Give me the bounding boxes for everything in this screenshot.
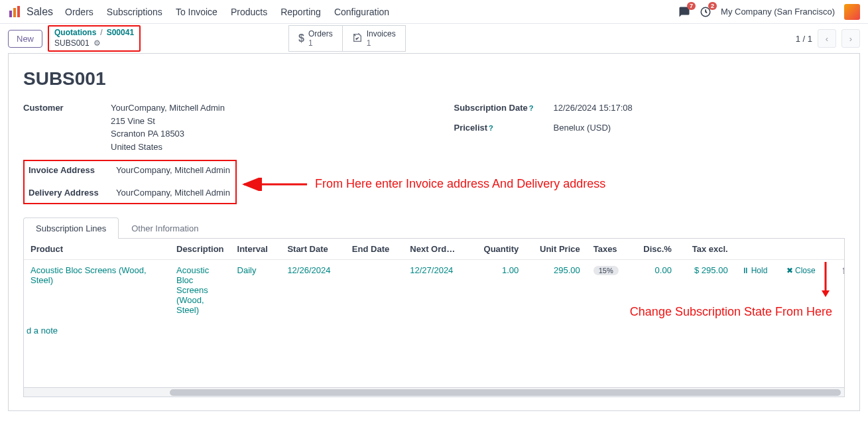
cell-qty[interactable]: 1.00 [470, 260, 525, 321]
help-icon[interactable]: ? [489, 124, 493, 132]
stat-orders[interactable]: $ Orders 1 [288, 25, 343, 52]
tax-chip[interactable]: 15% [593, 266, 619, 275]
gear-icon[interactable]: ⚙ [93, 38, 101, 49]
col-taxexcl[interactable]: Tax excl. [678, 239, 735, 260]
top-nav: Sales Orders Subscriptions To Invoice Pr… [0, 0, 868, 24]
close-button[interactable]: ✖Close [786, 266, 816, 275]
col-next[interactable]: Next Ord… [403, 239, 470, 260]
customer-name[interactable]: YourCompany, Mitchell Admin [111, 101, 414, 115]
pager-prev[interactable]: ‹ [818, 29, 836, 48]
cell-taxexcl[interactable]: $ 295.00 [678, 260, 735, 321]
stat-invoices-label: Invoices [367, 29, 396, 38]
lines-table-wrap: Product Description Interval Start Date … [23, 239, 845, 397]
address-highlight-box: Invoice Address YourCompany, Mitchell Ad… [23, 160, 237, 204]
cell-taxes[interactable]: 15% [587, 260, 631, 321]
add-note-link[interactable]: d a note [24, 320, 845, 341]
customer-addr1: 215 Vine St [111, 115, 414, 128]
col-disc[interactable]: Disc.% [631, 239, 678, 260]
customer-addr3: United States [111, 141, 414, 154]
pricelist-label: Pricelist? [454, 121, 554, 135]
col-qty[interactable]: Quantity [470, 239, 525, 260]
customer-label: Customer [23, 101, 111, 153]
menu-configuration[interactable]: Configuration [334, 7, 389, 17]
menu-products[interactable]: Products [231, 7, 267, 17]
delete-row-icon[interactable]: 🗑 [839, 265, 845, 275]
svg-rect-1 [13, 8, 16, 17]
menu-to-invoice[interactable]: To Invoice [176, 7, 217, 17]
col-start[interactable]: Start Date [280, 239, 345, 260]
breadcrumb-quotations[interactable]: Quotations [54, 28, 96, 38]
cell-next[interactable]: 12/27/2024 [403, 260, 470, 321]
help-icon[interactable]: ? [529, 104, 534, 112]
breadcrumb-order[interactable]: S00041 [107, 28, 134, 38]
company-selector[interactable]: My Company (San Francisco) [721, 7, 835, 17]
stat-buttons: $ Orders 1 Invoices 1 [288, 25, 406, 52]
invoice-icon [352, 32, 363, 45]
breadcrumb-highlight: Quotations / S00041 SUBS001 ⚙ [48, 25, 141, 51]
col-taxes[interactable]: Taxes [587, 239, 631, 260]
x-icon: ✖ [786, 266, 793, 275]
messages-badge: 7 [687, 2, 696, 10]
user-avatar[interactable] [844, 4, 860, 20]
pricelist-value[interactable]: Benelux (USD) [554, 121, 845, 135]
invoice-address-label: Invoice Address [29, 164, 116, 177]
breadcrumb-record: SUBS001 [54, 38, 90, 49]
table-row[interactable]: Acoustic Bloc Screens (Wood, Steel) Acou… [24, 260, 845, 321]
customer-addr2: Scranton PA 18503 [111, 127, 414, 141]
app-logo-icon [8, 5, 21, 19]
col-price[interactable]: Unit Price [525, 239, 586, 260]
pager-next[interactable]: › [841, 29, 860, 48]
form-sheet: SUBS001 Customer YourCompany, Mitchell A… [8, 53, 860, 411]
cell-start[interactable]: 12/26/2024 [280, 260, 345, 321]
annotation-text-top: From Here enter Invoice address And Deli… [315, 177, 605, 191]
stat-orders-count: 1 [308, 38, 333, 48]
tab-subscription-lines[interactable]: Subscription Lines [23, 217, 119, 239]
activities-badge: 2 [708, 2, 717, 10]
col-description[interactable]: Description [170, 239, 231, 260]
menu-orders[interactable]: Orders [65, 7, 93, 17]
cell-desc[interactable]: Acoustic Bloc Screens (Wood, Steel) [170, 260, 231, 321]
cell-price[interactable]: 295.00 [525, 260, 586, 321]
breadcrumb-sep: / [100, 28, 102, 38]
annotation-arrow-top: From Here enter Invoice address And Deli… [241, 177, 605, 191]
cell-product[interactable]: Acoustic Bloc Screens (Wood, Steel) [24, 260, 170, 321]
subscription-date-value[interactable]: 12/26/2024 15:17:08 [554, 101, 845, 115]
pager: 1 / 1 ‹ › [796, 29, 860, 48]
svg-rect-2 [17, 6, 20, 17]
cell-disc[interactable]: 0.00 [631, 260, 678, 321]
invoice-address-value[interactable]: YourCompany, Mitchell Admin [116, 164, 231, 177]
main-menu: Orders Subscriptions To Invoice Products… [65, 7, 389, 17]
app-name[interactable]: Sales [27, 6, 53, 18]
delivery-address-label: Delivery Address [29, 186, 116, 200]
record-title: SUBS001 [23, 68, 845, 90]
activities-icon[interactable]: 2 [700, 6, 712, 18]
stat-orders-label: Orders [308, 29, 333, 38]
delivery-address-value[interactable]: YourCompany, Mitchell Admin [116, 186, 231, 200]
cell-end[interactable] [345, 260, 403, 321]
tab-other-information[interactable]: Other Information [119, 217, 211, 239]
stat-invoices[interactable]: Invoices 1 [343, 25, 406, 52]
menu-subscriptions[interactable]: Subscriptions [107, 7, 162, 17]
menu-reporting[interactable]: Reporting [280, 7, 321, 17]
col-end[interactable]: End Date [345, 239, 403, 260]
stat-invoices-count: 1 [367, 38, 396, 48]
horizontal-scrollbar[interactable] [24, 387, 844, 397]
pager-text: 1 / 1 [796, 34, 812, 44]
tabs: Subscription Lines Other Information [23, 217, 845, 239]
hold-button[interactable]: ⏸Hold [741, 266, 768, 275]
col-product[interactable]: Product [24, 239, 170, 260]
action-bar: New Quotations / S00041 SUBS001 ⚙ $ Orde… [0, 24, 868, 53]
svg-rect-0 [9, 11, 12, 17]
subscription-date-label: Subscription Date? [454, 101, 554, 115]
lines-table: Product Description Interval Start Date … [24, 239, 845, 387]
cell-interval[interactable]: Daily [231, 260, 281, 321]
messages-icon[interactable]: 7 [678, 6, 690, 18]
new-button[interactable]: New [8, 30, 42, 48]
col-interval[interactable]: Interval [231, 239, 281, 260]
pause-icon: ⏸ [741, 266, 749, 275]
dollar-icon: $ [298, 32, 304, 44]
